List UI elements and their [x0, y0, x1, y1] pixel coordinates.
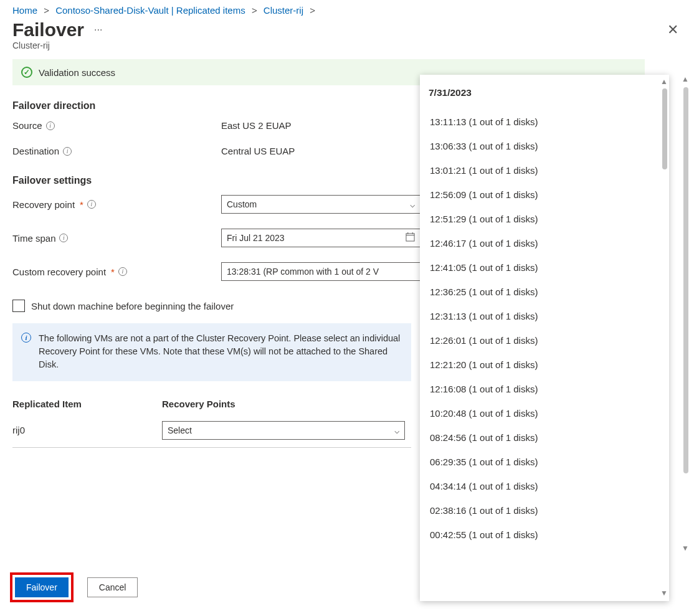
failover-button[interactable]: Failover: [15, 577, 69, 597]
required-mark: *: [80, 199, 83, 210]
breadcrumb-home[interactable]: Home: [12, 5, 37, 16]
flyout-item[interactable]: 04:34:14 (1 out of 1 disks): [429, 474, 650, 498]
flyout-item[interactable]: 00:42:55 (1 out of 1 disks): [429, 523, 650, 547]
flyout-item[interactable]: 12:31:13 (1 out of 1 disks): [429, 304, 650, 328]
flyout-item[interactable]: 12:21:20 (1 out of 1 disks): [429, 353, 650, 377]
breadcrumb-sep: >: [310, 5, 315, 16]
more-actions-button[interactable]: ···: [94, 24, 102, 36]
scroll-up-icon[interactable]: ▲: [659, 77, 669, 87]
page-scrollbar: ▲ ▼: [680, 75, 690, 554]
flyout-item[interactable]: 08:24:56 (1 out of 1 disks): [429, 425, 650, 450]
calendar-icon: [406, 232, 415, 244]
highlight-box: Failover: [10, 572, 74, 602]
time-span-label: Time span: [12, 233, 55, 244]
chevron-down-icon: ⌵: [410, 199, 415, 209]
info-icon[interactable]: i: [87, 200, 96, 209]
table-row: rij0 Select ⌵: [12, 413, 411, 448]
custom-rp-label: Custom recovery point: [12, 267, 106, 277]
table-header: Replicated Item Recovery Points: [12, 395, 411, 413]
destination-value: Central US EUAP: [221, 146, 295, 156]
vm-note-text: The following VMs are not a part of the …: [39, 333, 400, 369]
validation-text: Validation success: [39, 67, 115, 78]
check-circle-icon: ✓: [21, 67, 32, 78]
time-span-value: Fri Jul 21 2023: [227, 233, 285, 243]
scroll-down-icon[interactable]: ▼: [659, 589, 669, 599]
page-scrollbar-thumb[interactable]: [683, 87, 688, 473]
flyout-item[interactable]: 12:46:17 (1 out of 1 disks): [429, 231, 650, 255]
flyout-item[interactable]: 12:16:08 (1 out of 1 disks): [429, 377, 650, 401]
flyout-date-header: 7/31/2023: [429, 87, 650, 98]
info-icon: i: [21, 333, 31, 343]
replicated-item-name: rij0: [12, 425, 162, 435]
time-span-picker[interactable]: Fri Jul 21 2023: [221, 229, 421, 247]
required-mark: *: [111, 267, 115, 277]
flyout-item[interactable]: 10:20:48 (1 out of 1 disks): [429, 401, 650, 425]
flyout-item[interactable]: 13:01:21 (1 out of 1 disks): [429, 158, 650, 182]
svg-rect-0: [406, 234, 414, 241]
flyout-item[interactable]: 13:06:33 (1 out of 1 disks): [429, 134, 650, 158]
close-icon[interactable]: ✕: [664, 22, 682, 38]
breadcrumb-vault[interactable]: Contoso-Shared-Disk-Vault | Replicated i…: [55, 5, 245, 16]
shutdown-checkbox-label: Shut down machine before beginning the f…: [31, 301, 234, 311]
footer-bar: Failover Cancel: [10, 572, 138, 602]
flyout-item[interactable]: 13:11:13 (1 out of 1 disks): [429, 110, 650, 134]
info-icon[interactable]: i: [63, 147, 72, 156]
recovery-point-value: Custom: [227, 199, 257, 209]
flyout-item[interactable]: 12:26:01 (1 out of 1 disks): [429, 328, 650, 353]
breadcrumb-sep: >: [44, 5, 49, 16]
custom-rp-value: 13:28:31 (RP common with 1 out of 2 V: [227, 267, 379, 277]
scroll-down-icon[interactable]: ▼: [680, 544, 690, 554]
replicated-items-table: Replicated Item Recovery Points rij0 Sel…: [12, 395, 411, 448]
flyout-scrollbar-thumb[interactable]: [662, 88, 667, 169]
breadcrumb-cluster[interactable]: Cluster-rij: [264, 5, 303, 16]
recovery-point-flyout: 7/31/2023 13:11:13 (1 out of 1 disks) 13…: [420, 75, 669, 601]
vm-note: i The following VMs are not a part of th…: [12, 323, 411, 381]
recovery-point-label: Recovery point: [12, 199, 75, 210]
breadcrumb-sep: >: [252, 5, 257, 16]
source-label: Source: [12, 120, 42, 131]
col-recovery-points: Recovery Points: [162, 399, 235, 409]
page-subtitle: Cluster-rij: [0, 40, 694, 59]
chevron-down-icon: ⌵: [394, 425, 399, 435]
info-icon[interactable]: i: [59, 234, 68, 242]
page-header: Failover ··· ✕: [0, 19, 694, 40]
col-replicated-item: Replicated Item: [12, 399, 162, 409]
custom-recovery-point-select[interactable]: 13:28:31 (RP common with 1 out of 2 V: [221, 262, 421, 281]
flyout-item[interactable]: 06:29:35 (1 out of 1 disks): [429, 450, 650, 474]
page-title: Failover: [12, 19, 84, 40]
flyout-item[interactable]: 12:51:29 (1 out of 1 disks): [429, 207, 650, 231]
flyout-item[interactable]: 12:41:05 (1 out of 1 disks): [429, 255, 650, 280]
destination-label: Destination: [12, 146, 59, 156]
recovery-point-select[interactable]: Custom ⌵: [221, 195, 421, 214]
flyout-item[interactable]: 02:38:16 (1 out of 1 disks): [429, 498, 650, 523]
breadcrumb: Home > Contoso-Shared-Disk-Vault | Repli…: [0, 0, 694, 19]
cancel-button[interactable]: Cancel: [87, 577, 138, 597]
recovery-point-row-select[interactable]: Select ⌵: [162, 421, 405, 440]
source-value: East US 2 EUAP: [221, 120, 292, 131]
recovery-point-row-value: Select: [168, 425, 192, 435]
flyout-item[interactable]: 12:36:25 (1 out of 1 disks): [429, 280, 650, 304]
info-icon[interactable]: i: [118, 267, 127, 276]
flyout-item[interactable]: 12:56:09 (1 out of 1 disks): [429, 182, 650, 207]
info-icon[interactable]: i: [46, 121, 55, 130]
scroll-up-icon[interactable]: ▲: [680, 75, 690, 85]
shutdown-checkbox[interactable]: [12, 300, 25, 312]
